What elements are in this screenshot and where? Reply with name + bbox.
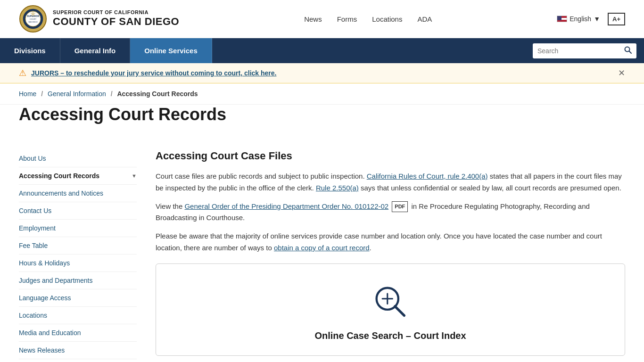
alert-close-button[interactable]: ✕ (618, 68, 625, 78)
flag-icon (557, 16, 567, 22)
search-card-icon (165, 283, 615, 322)
page-title: Accessing Court Records (19, 105, 625, 124)
para1-text-before: Court case files are public records and … (156, 172, 365, 180)
flag-blue (557, 16, 561, 20)
sidebar-label-judges-departments: Judges and Departments (19, 277, 92, 284)
sidebar-item-announcements[interactable]: Announcements and Notices (19, 185, 137, 202)
court-name-bottom: COUNTY OF SAN DIEGO (53, 16, 179, 28)
sidebar-label-locations: Locations (19, 312, 47, 319)
para1-after-link2: says that unless confidential or sealed … (361, 184, 621, 192)
sidebar-item-language-access[interactable]: Language Access (19, 289, 137, 307)
nav-news[interactable]: News (304, 15, 322, 23)
sidebar-label-employment: Employment (19, 224, 56, 232)
lang-area: English ▼ A+ (557, 13, 625, 25)
language-selector[interactable]: English ▼ (557, 15, 600, 23)
sidebar-label-accessing-court-records: Accessing Court Records (19, 172, 99, 180)
sidebar-label-news-releases: News Releases (19, 346, 65, 354)
online-case-search-card: Online Case Search – Court Index (156, 263, 625, 356)
content-para-2: View the General Order of the Presiding … (156, 201, 625, 224)
sidebar-label-media-education: Media and Education (19, 329, 81, 337)
sidebar-item-fee-table[interactable]: Fee Table (19, 237, 137, 255)
warning-icon: ⚠ (19, 68, 26, 78)
sidebar-item-judges-departments[interactable]: Judges and Departments (19, 272, 137, 289)
para3-before-link: Please be aware that the majority of onl… (156, 232, 602, 252)
court-seal-icon: SUPERIOR COURT SAN DIEGO (19, 5, 47, 33)
content-section-title: Accessing Court Case Files (156, 150, 625, 162)
header-nav: News Forms Locations ADA (304, 15, 432, 23)
california-rules-link[interactable]: California Rules of Court, rule 2.400(a) (367, 172, 488, 180)
language-label: English (570, 15, 591, 23)
nav-general-info[interactable]: General Info (60, 38, 131, 63)
logo-area: SUPERIOR COURT SAN DIEGO SUPERIOR COURT … (19, 5, 179, 33)
nav-bar: Divisions General Info Online Services (0, 38, 644, 63)
nav-bar-left: Divisions General Info Online Services (0, 38, 212, 63)
svg-text:COURT: COURT (30, 18, 37, 20)
sidebar-item-employment[interactable]: Employment (19, 220, 137, 237)
svg-line-7 (629, 51, 632, 53)
breadcrumb-sep-1: / (41, 90, 43, 98)
content-para-1: Court case files are public records and … (156, 171, 625, 194)
para3-after-link: . (370, 244, 372, 252)
nav-divisions[interactable]: Divisions (0, 38, 60, 63)
search-icon (624, 46, 632, 54)
sidebar: About Us Accessing Court Records ▼ Annou… (19, 150, 137, 359)
breadcrumb-sep-2: / (111, 90, 113, 98)
font-size-button[interactable]: A+ (608, 13, 625, 25)
main-container: About Us Accessing Court Records ▼ Annou… (0, 136, 644, 362)
svg-text:SAN DIEGO: SAN DIEGO (28, 21, 38, 23)
nav-online-services[interactable]: Online Services (130, 38, 212, 63)
obtain-copy-link[interactable]: obtain a copy of a court record (274, 244, 370, 252)
rule-2550-link[interactable]: Rule 2.550(a) (316, 184, 359, 192)
breadcrumb-current: Accessing Court Records (117, 90, 198, 98)
search-input[interactable] (537, 47, 620, 55)
sidebar-item-locations[interactable]: Locations (19, 307, 137, 324)
sidebar-label-contact-us: Contact Us (19, 207, 51, 214)
sidebar-item-contact-us[interactable]: Contact Us (19, 202, 137, 220)
page-title-area: Accessing Court Records (0, 105, 644, 136)
general-order-link[interactable]: General Order of the Presiding Departmen… (184, 202, 388, 210)
chevron-down-icon: ▼ (594, 15, 600, 23)
sidebar-label-hours-holidays: Hours & Holidays (19, 259, 70, 267)
sidebar-item-media-education[interactable]: Media and Education (19, 324, 137, 342)
breadcrumb-general-info[interactable]: General Information (48, 90, 106, 98)
alert-content: ⚠ JURORS – to reschedule your jury servi… (19, 68, 276, 78)
nav-locations[interactable]: Locations (372, 15, 402, 23)
content-area: Accessing Court Case Files Court case fi… (156, 150, 625, 359)
alert-text: JURORS – to reschedule your jury service… (31, 69, 276, 77)
search-card-title: Online Case Search – Court Index (165, 330, 615, 341)
sidebar-label-about-us: About Us (19, 155, 46, 162)
header-top: SUPERIOR COURT SAN DIEGO SUPERIOR COURT … (0, 0, 644, 38)
content-para-3: Please be aware that the majority of onl… (156, 230, 625, 254)
chevron-icon: ▼ (132, 173, 137, 179)
sidebar-label-announcements: Announcements and Notices (19, 189, 103, 197)
sidebar-item-about-us[interactable]: About Us (19, 150, 137, 167)
sidebar-item-news-releases[interactable]: News Releases (19, 342, 137, 359)
search-area (525, 38, 644, 63)
breadcrumb: Home / General Information / Accessing C… (0, 83, 644, 105)
para2-before-link: View the (156, 202, 182, 210)
logo-text: SUPERIOR COURT OF CALIFORNIA COUNTY OF S… (53, 9, 179, 28)
search-submit-button[interactable] (624, 46, 632, 56)
alert-banner: ⚠ JURORS – to reschedule your jury servi… (0, 63, 644, 83)
nav-ada[interactable]: ADA (417, 15, 432, 23)
pdf-badge[interactable]: PDF (392, 201, 408, 212)
sidebar-label-language-access: Language Access (19, 294, 71, 302)
sidebar-item-hours-holidays[interactable]: Hours & Holidays (19, 255, 137, 272)
alert-link[interactable]: JURORS – to reschedule your jury service… (31, 69, 276, 77)
breadcrumb-home[interactable]: Home (19, 90, 36, 98)
sidebar-label-fee-table: Fee Table (19, 242, 48, 249)
nav-forms[interactable]: Forms (337, 15, 357, 23)
court-name-top: SUPERIOR COURT OF CALIFORNIA (53, 9, 179, 16)
sidebar-item-accessing-court-records[interactable]: Accessing Court Records ▼ (19, 167, 137, 185)
search-box (533, 43, 636, 58)
svg-line-9 (395, 306, 405, 315)
magnifier-icon (372, 283, 409, 321)
